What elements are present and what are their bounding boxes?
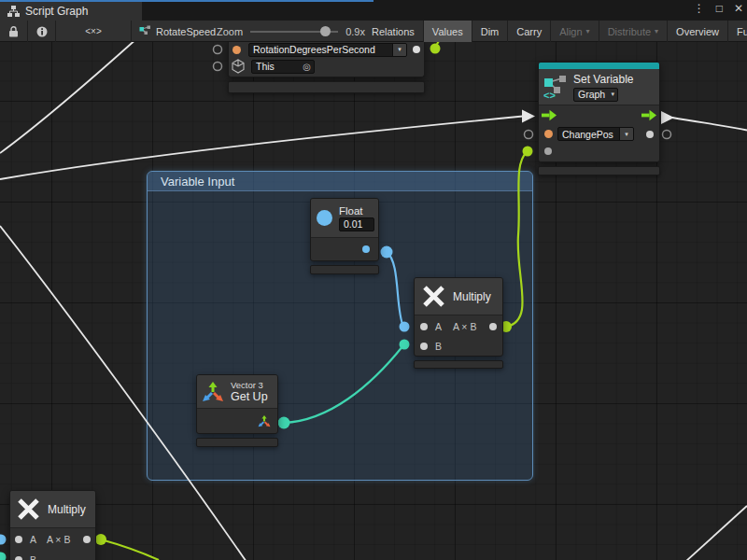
node-title: Multiply [48,503,86,516]
variable-name: ChangePos [558,129,617,140]
lock-icon [8,26,19,37]
menu-icon[interactable]: ⋮ [694,2,705,15]
node-footer [414,360,503,369]
port-b-label: B [30,554,36,560]
tab-script-graph[interactable]: Script Graph [0,2,142,21]
node-footer [310,265,379,274]
unity-script-graph-window: Variable Input [0,0,747,560]
align-dropdown[interactable]: Align ▾ [551,21,599,42]
info-icon [36,26,48,37]
object-picker-icon[interactable]: ◎ [303,62,314,72]
values-button[interactable]: Values [424,21,472,42]
node-type-label: Vector 3 [231,380,268,390]
set-variable-name-dropdown[interactable]: ChangePos ▾ [557,127,634,141]
float-value-input[interactable]: 0.01 [339,217,374,231]
node-accent-bar [539,63,659,69]
gameobject-cube-icon [231,59,246,74]
port-a-label: A [30,534,36,545]
port-b[interactable] [420,343,428,350]
node-footer [538,166,660,175]
zoom-slider[interactable] [250,31,338,33]
node-title: Set Variable [573,73,633,86]
value-out-port[interactable] [646,131,654,138]
multiply-icon [422,285,445,308]
flow-out-port[interactable] [641,109,656,121]
port-out[interactable] [83,536,91,543]
zoom-slider-handle[interactable] [320,26,331,36]
value-out-port[interactable] [362,245,370,253]
close-icon[interactable]: ✕ [734,2,743,15]
node-title: Float [339,205,374,217]
target-value: This [252,61,278,72]
scope-value: Graph [574,89,609,100]
dim-button[interactable]: Dim [472,21,509,42]
chevron-down-icon: ▾ [655,27,658,35]
chevron-down-icon: ▾ [611,91,617,98]
multiply-icon [17,497,40,521]
edit-script-button[interactable]: <×> [56,21,132,42]
graph-toolbar: <×> RotateSpeed Zoom 0.9x Relations Valu [0,21,747,42]
tab-bar: Script Graph ⋮ □ ✕ [0,0,747,21]
zoom-label: Zoom [217,26,243,37]
lock-button[interactable] [0,21,28,42]
node-footer [196,438,278,447]
window-controls: ⋮ □ ✕ [694,0,743,17]
port-a[interactable] [15,536,22,543]
value-port[interactable] [544,147,552,155]
maximize-icon[interactable]: □ [716,2,723,15]
float-type-icon [317,210,332,226]
chevron-down-icon[interactable]: ▾ [619,128,633,140]
float-value: 0.01 [340,218,366,230]
inspect-button[interactable] [28,21,56,42]
port-a-label: A [435,321,442,332]
zoom-value: 0.9x [345,26,365,37]
carry-button[interactable]: Carry [508,21,551,42]
graph-icon [7,6,20,17]
breadcrumb-label: RotateSpeed [156,26,216,37]
breadcrumb[interactable]: RotateSpeed [132,21,216,42]
toolbar-toggles: Relations Values Dim Carry Align ▾ Distr… [363,21,747,42]
code-icon: <×> [85,26,102,36]
port-b-label: B [435,341,442,352]
port-a[interactable] [420,323,428,330]
node-title: Multiply [453,290,491,303]
distribute-dropdown[interactable]: Distribute ▾ [599,21,668,42]
node-title: Get Up [231,390,268,403]
port-out-label: A × B [453,321,476,332]
relations-button[interactable]: Relations [363,21,424,42]
flow-in-port[interactable] [542,109,557,121]
value-port[interactable] [544,130,553,138]
value-out-port[interactable] [413,46,420,53]
zoom-control: Zoom 0.9x [217,21,365,42]
group-title: Variable Input [161,175,234,189]
target-field[interactable]: This ◎ [251,60,315,74]
svg-text:<>: <> [543,90,556,100]
chevron-down-icon: ▾ [586,27,590,35]
tab-title: Script Graph [25,5,88,18]
group-title-bar[interactable]: Variable Input [148,172,532,191]
port-out-label: A × B [47,534,70,545]
port-out[interactable] [489,323,497,330]
graph-node-icon [139,25,151,37]
port-b[interactable] [15,556,22,560]
node-footer [228,81,425,93]
vector3-icon [202,382,224,402]
fullscreen-button[interactable]: Full Screen [728,21,747,42]
variable-name-dropdown[interactable]: RotationDegreesPerSecond ▾ [248,43,407,57]
variable-name: RotationDegreesPerSecond [249,44,379,55]
vector3-out-port[interactable] [258,415,271,427]
set-variable-icon: <> [543,75,568,100]
overview-button[interactable]: Overview [668,21,728,42]
value-port[interactable] [233,46,241,54]
scope-dropdown[interactable]: Graph ▾ [573,88,618,102]
chevron-down-icon[interactable]: ▾ [392,44,406,56]
